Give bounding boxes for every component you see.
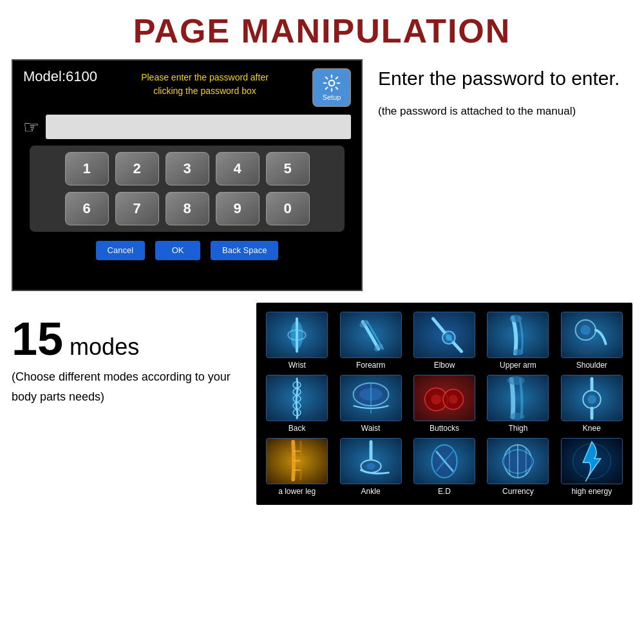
waist-svg — [341, 375, 401, 421]
body-item-lower-leg[interactable]: a lower leg — [263, 438, 331, 496]
ed-image — [413, 438, 475, 484]
bottom-section: 15 modes (Choose different modes accordi… — [0, 303, 644, 505]
num-btn-0[interactable]: 0 — [266, 192, 310, 225]
body-item-wrist[interactable]: Wrist — [263, 312, 331, 370]
body-item-upper-arm[interactable]: Upper arm — [484, 312, 552, 370]
password-description: Enter the password to enter. (the passwo… — [378, 59, 632, 291]
num-btn-3[interactable]: 3 — [166, 152, 209, 185]
num-btn-6[interactable]: 6 — [65, 192, 109, 225]
modes-sub-text: (Choose different modes according to you… — [12, 367, 243, 406]
ok-button[interactable]: OK — [155, 241, 200, 260]
numpad: 1 2 3 4 5 6 7 8 9 0 — [30, 146, 345, 232]
svg-point-29 — [587, 395, 596, 404]
elbow-svg — [414, 312, 475, 358]
password-input[interactable] — [46, 115, 351, 139]
wrist-svg — [267, 312, 327, 358]
backspace-button[interactable]: Back Space — [211, 241, 278, 260]
model-label: Model:6100 — [23, 68, 97, 85]
body-item-waist[interactable]: Waist — [336, 375, 404, 433]
thigh-svg — [488, 375, 548, 421]
knee-label: Knee — [583, 424, 601, 433]
body-item-thigh[interactable]: Thigh — [484, 375, 552, 433]
ankle-svg — [341, 439, 401, 484]
body-item-shoulder[interactable]: Shoulder — [558, 312, 626, 370]
buttocks-image — [413, 375, 475, 421]
waist-image — [340, 375, 402, 421]
buttocks-svg — [414, 375, 475, 421]
upperarm-svg — [488, 312, 548, 358]
numpad-row-2: 6 7 8 9 0 — [36, 192, 338, 225]
password-panel: Model:6100 Please enter the password aft… — [12, 59, 363, 291]
modes-word: modes — [70, 334, 139, 361]
lowerleg-svg — [267, 439, 327, 484]
svg-point-7 — [446, 334, 452, 341]
modes-description: 15 modes (Choose different modes accordi… — [12, 303, 243, 505]
num-btn-5[interactable]: 5 — [266, 152, 310, 185]
upper-arm-image — [487, 312, 549, 358]
lower-leg-image — [266, 438, 328, 484]
currency-image — [487, 438, 549, 484]
ed-svg — [414, 439, 475, 484]
highenergy-svg — [562, 439, 622, 484]
back-label: Back — [289, 424, 306, 433]
input-row: ☞ — [23, 115, 351, 139]
action-row: Cancel OK Back Space — [23, 241, 351, 260]
thigh-label: Thigh — [508, 424, 527, 433]
currency-label: Currency — [502, 487, 534, 496]
elbow-label: Elbow — [434, 361, 455, 370]
body-item-knee[interactable]: Knee — [558, 375, 626, 433]
body-item-high-energy[interactable]: high energy — [558, 438, 626, 496]
shoulder-svg — [562, 312, 622, 358]
num-btn-4[interactable]: 4 — [216, 152, 260, 185]
elbow-image — [413, 312, 475, 358]
modes-number-row: 15 modes — [12, 316, 243, 362]
body-grid-panel: Wrist Forearm — [256, 303, 632, 505]
password-main-text: Enter the password to enter. — [378, 66, 632, 91]
setup-button[interactable]: Setup — [312, 68, 351, 107]
currency-svg — [488, 439, 548, 484]
numpad-row-1: 1 2 3 4 5 — [36, 152, 338, 185]
body-item-ed[interactable]: E.D — [410, 438, 478, 496]
forearm-label: Forearm — [356, 361, 385, 370]
body-item-elbow[interactable]: Elbow — [410, 312, 478, 370]
lower-leg-label: a lower leg — [278, 487, 316, 496]
num-btn-9[interactable]: 9 — [216, 192, 260, 225]
page-title: PAGE MANIPULATION — [0, 0, 644, 59]
forearm-svg — [341, 312, 401, 358]
num-btn-2[interactable]: 2 — [115, 152, 159, 185]
back-image — [266, 375, 328, 421]
knee-svg — [562, 375, 622, 421]
num-btn-1[interactable]: 1 — [65, 152, 109, 185]
body-item-forearm[interactable]: Forearm — [336, 312, 404, 370]
upper-arm-label: Upper arm — [500, 361, 536, 370]
wrist-image — [266, 312, 328, 358]
body-item-back[interactable]: Back — [263, 375, 331, 433]
cancel-button[interactable]: Cancel — [96, 241, 145, 260]
svg-point-12 — [578, 346, 593, 355]
body-item-currency[interactable]: Currency — [484, 438, 552, 496]
hand-icon: ☞ — [23, 117, 39, 138]
num-btn-8[interactable]: 8 — [166, 192, 209, 225]
wrist-label: Wrist — [289, 361, 306, 370]
modes-number: 15 — [12, 316, 63, 362]
forearm-image — [340, 312, 402, 358]
body-item-buttocks[interactable]: Buttocks — [410, 375, 478, 433]
body-item-ankle[interactable]: Ankle — [336, 438, 404, 496]
shoulder-label: Shoulder — [576, 361, 607, 370]
body-grid: Wrist Forearm — [263, 312, 626, 496]
panel-instructions: Please enter the password after clicking… — [97, 71, 312, 98]
svg-point-9 — [514, 349, 524, 355]
num-btn-7[interactable]: 7 — [115, 192, 159, 225]
ed-label: E.D — [438, 487, 451, 496]
buttocks-label: Buttocks — [430, 424, 459, 433]
high-energy-image — [561, 438, 623, 484]
high-energy-label: high energy — [571, 487, 612, 496]
svg-point-8 — [510, 315, 523, 323]
svg-point-11 — [580, 325, 591, 335]
svg-point-0 — [329, 80, 335, 86]
gear-icon — [323, 74, 341, 92]
svg-point-4 — [358, 318, 370, 328]
svg-point-26 — [510, 413, 526, 421]
top-section: Model:6100 Please enter the password aft… — [0, 59, 644, 291]
thigh-image — [487, 375, 549, 421]
